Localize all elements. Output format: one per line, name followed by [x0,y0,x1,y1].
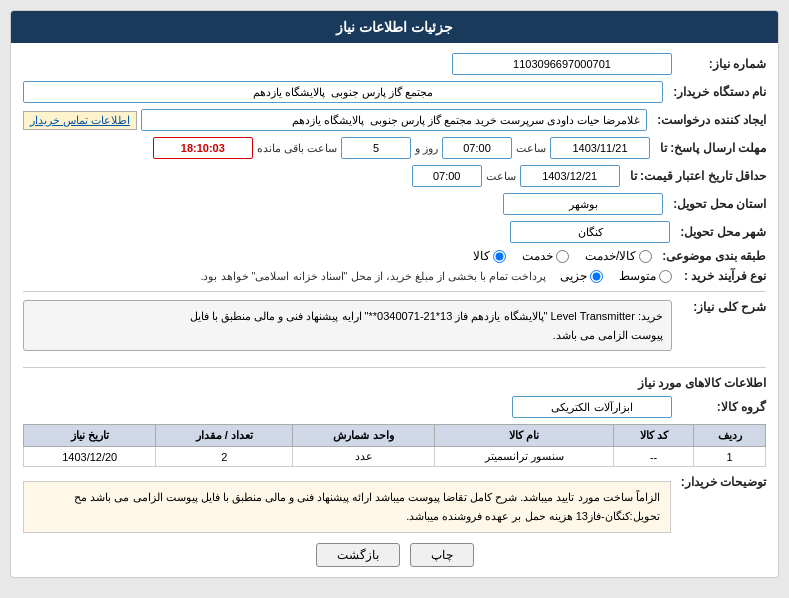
tabaqe-option-kala[interactable]: کالا [473,249,506,263]
nam-dastgah-label: نام دستگاه خریدار: [667,85,766,99]
cell-radif: 1 [694,447,766,467]
shomare-niaz-label: شماره نیاز: [676,57,766,71]
mande-value[interactable] [153,137,253,159]
print-button[interactable]: چاپ [410,543,474,567]
content-area: شماره نیاز: نام دستگاه خریدار: ایجاد کنن… [11,43,778,577]
tawzih-text: الزاماً ساخت مورد تایید میباشد. شرح کامل… [74,491,659,522]
tamase-khardar-link[interactable]: اطلاعات تماس خریدار [23,111,137,130]
col-vahed: واحد شمارش [292,425,434,447]
ostan-label: استان محل تحویل: [667,197,766,211]
ostan-input[interactable] [503,193,663,215]
noe-farayand-radio-group: متوسط جزیی [560,269,672,283]
etebar-price-row: حداقل تاریخ اعتبار قیمت: تا ساعت [23,165,766,187]
tabaqe-option-kala-khedmat[interactable]: کالا/خدمت [585,249,652,263]
btn-row: چاپ بازگشت [23,543,766,567]
ersal-pasakh-date[interactable] [550,137,650,159]
ersal-pasakh-label: مهلت ارسال پاسخ: تا [654,141,766,155]
sharh-line2: پیوست الزامی می باشد. [553,329,663,341]
shomare-niaz-input[interactable] [452,53,672,75]
ijad-konande-label: ایجاد کننده درخواست: [651,113,766,127]
ersal-pasakh-saat[interactable] [442,137,512,159]
group-kala-input[interactable] [512,396,672,418]
noe-farayand-row: نوع فرآیند خرید : متوسط جزیی پرداخت تمام… [23,269,766,283]
col-kod: کد کالا [614,425,694,447]
cell-kod: -- [614,447,694,467]
col-tarikh: تاریخ نیاز [24,425,156,447]
table-row: 1 -- سنسور ترانسمیتر عدد 2 1403/12/20 [24,447,766,467]
tabaqe-label: طبقه بندی موضوعی: [656,249,766,263]
ostan-row: استان محل تحویل: [23,193,766,215]
col-name: نام کالا [435,425,614,447]
shomare-niaz-row: شماره نیاز: [23,53,766,75]
cell-vahed: عدد [292,447,434,467]
ijad-konande-input[interactable] [141,109,647,131]
sharh-row: شرح کلی نیاز: خرید: Level Transmitter "پ… [23,300,766,359]
nam-dastgah-row: نام دستگاه خریدار: [23,81,766,103]
ersal-pasakh-row: مهلت ارسال پاسخ: تا ساعت روز و ساعت باقی… [23,137,766,159]
payment-note: پرداخت تمام با بخشی از مبلغ خرید، از محل… [200,270,546,283]
noe-farayand-label: نوع فرآیند خرید : [676,269,766,283]
farayand-option-jozi[interactable]: جزیی [560,269,603,283]
farayand-option-motavaset[interactable]: متوسط [619,269,672,283]
saat-label1: ساعت [516,142,546,155]
cell-tarikh: 1403/12/20 [24,447,156,467]
sharh-label: شرح کلی نیاز: [676,300,766,314]
etebar-price-date[interactable] [520,165,620,187]
rooz-label: روز و [415,142,438,155]
etebar-price-label: حداقل تاریخ اعتبار قیمت: تا [624,169,766,183]
col-tedad: تعداد / مقدار [156,425,293,447]
tawzih-content: الزاماً ساخت مورد تایید میباشد. شرح کامل… [23,481,671,532]
mande-label: ساعت باقی مانده [257,142,337,155]
tabaqe-radio-group: کالا/خدمت خدمت کالا [473,249,652,263]
page-title: جزئیات اطلاعات نیاز [336,19,453,35]
tabaqe-row: طبقه بندی موضوعی: کالا/خدمت خدمت کالا [23,249,766,263]
tabaqe-option-khedmat[interactable]: خدمت [522,249,569,263]
sharh-content: خرید: Level Transmitter "پالایشگاه یازده… [23,300,672,351]
shahr-label: شهر محل تحویل: [674,225,766,239]
shahr-row: شهر محل تحویل: [23,221,766,243]
back-button[interactable]: بازگشت [316,543,400,567]
main-container: جزئیات اطلاعات نیاز شماره نیاز: نام دستگ… [10,10,779,578]
kalaha-section-title: اطلاعات کالاهای مورد نیاز [23,376,766,390]
etebar-price-saat[interactable] [412,165,482,187]
tawzih-label: توضیحات خریدار: [675,475,766,489]
page-header: جزئیات اطلاعات نیاز [11,11,778,43]
group-kala-label: گروه کالا: [676,400,766,414]
kalaha-table: ردیف کد کالا نام کالا واحد شمارش تعداد /… [23,424,766,467]
group-kala-row: گروه کالا: [23,396,766,418]
col-radif: ردیف [694,425,766,447]
rooz-input[interactable] [341,137,411,159]
tawzih-row: توضیحات خریدار: الزاماً ساخت مورد تایید … [23,475,766,532]
ijad-konande-row: ایجاد کننده درخواست: اطلاعات تماس خریدار [23,109,766,131]
cell-name: سنسور ترانسمیتر [435,447,614,467]
nam-dastgah-input[interactable] [23,81,663,103]
shahr-input[interactable] [510,221,670,243]
saat-label2: ساعت [486,170,516,183]
sharh-line1: خرید: Level Transmitter "پالایشگاه یازده… [190,310,663,322]
cell-tedad: 2 [156,447,293,467]
